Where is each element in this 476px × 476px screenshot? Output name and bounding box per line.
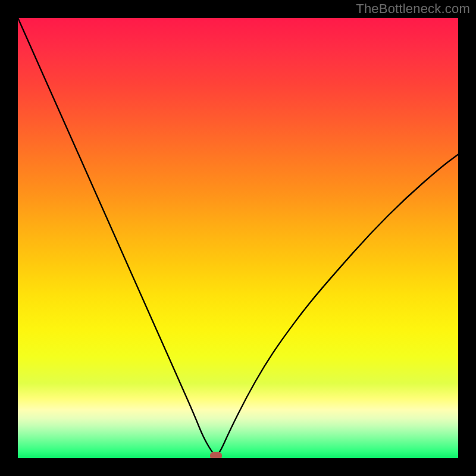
chart-frame: TheBottleneck.com: [0, 0, 476, 476]
plot-area: [18, 18, 458, 458]
bottleneck-curve: [18, 18, 458, 458]
watermark-text: TheBottleneck.com: [356, 1, 470, 17]
optimum-marker: [210, 452, 222, 458]
